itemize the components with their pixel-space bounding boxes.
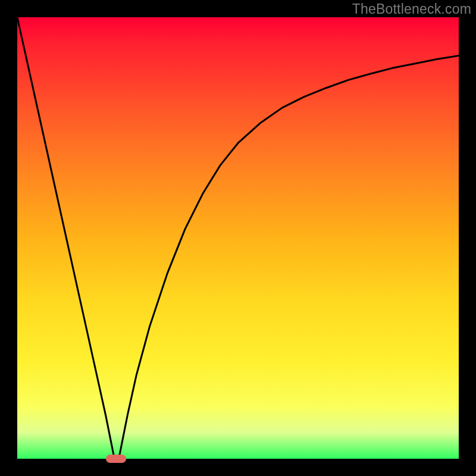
optimum-marker xyxy=(106,455,126,464)
watermark-text: TheBottleneck.com xyxy=(352,1,471,17)
plot-area xyxy=(17,17,459,459)
chart-frame: TheBottleneck.com xyxy=(0,0,476,476)
curve-svg xyxy=(17,17,459,459)
bottleneck-curve xyxy=(17,17,459,459)
